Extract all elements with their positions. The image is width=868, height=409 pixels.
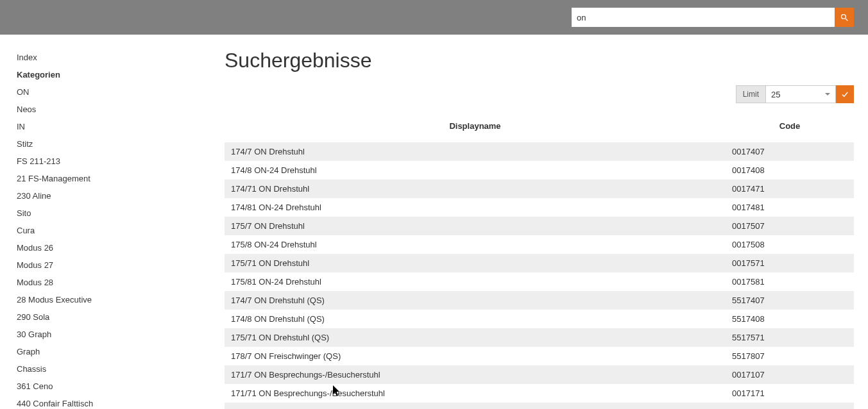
sidebar-item[interactable]: 361 Ceno [17,378,225,395]
sidebar-item[interactable]: Kategorien [17,66,225,83]
table-row[interactable]: 175/81 ON-24 Drehstuhl0017581 [225,272,854,291]
content: IndexKategorienONNeosINStitzFS 211-21321… [0,35,868,409]
search-input[interactable] [572,8,835,27]
cell-code: 0017207 [726,403,854,409]
table-row[interactable]: 175/7 ON Drehstuhl0017507 [225,217,854,235]
col-header-code: Code [726,115,854,142]
page-title: Suchergebnisse [225,49,854,72]
sidebar: IndexKategorienONNeosINStitzFS 211-21321… [0,49,225,409]
cell-display: 175/71 ON Drehstuhl [225,254,726,272]
table-row[interactable]: 174/81 ON-24 Drehstuhl0017481 [225,198,854,217]
table-row[interactable]: 174/7 ON Drehstuhl (QS)5517407 [225,291,854,310]
sidebar-item[interactable]: Cura [17,222,225,239]
cell-code: 5517407 [726,291,854,310]
table-row[interactable]: 174/8 ON Drehstuhl (QS)5517408 [225,310,854,328]
cell-code: 0017408 [726,161,854,179]
cell-display: 174/7 ON Drehstuhl (QS) [225,291,726,310]
sidebar-item[interactable]: Sito [17,204,225,222]
search-button[interactable] [835,8,854,27]
table-row[interactable]: 174/7 ON Drehstuhl0017407 [225,142,854,161]
cell-code: 0017571 [726,254,854,272]
sidebar-item[interactable]: 30 Graph [17,326,225,343]
sidebar-item[interactable]: 230 Aline [17,187,225,204]
sidebar-item[interactable]: Index [17,49,225,66]
cell-display: 172/7 ON Besprechungs-/Besucherstuhl [225,403,726,409]
table-row[interactable]: 175/8 ON-24 Drehstuhl0017508 [225,235,854,254]
cell-code: 0017481 [726,198,854,217]
sidebar-item[interactable]: Graph [17,343,225,360]
sidebar-item[interactable]: Modus 27 [17,256,225,274]
table-row[interactable]: 175/71 ON Drehstuhl0017571 [225,254,854,272]
results-table: Displayname Code 174/7 ON Drehstuhl00174… [225,115,854,409]
cell-code: 0017407 [726,142,854,161]
cell-display: 175/7 ON Drehstuhl [225,217,726,235]
cell-display: 178/7 ON Freischwinger (QS) [225,347,726,365]
cell-display: 175/81 ON-24 Drehstuhl [225,272,726,291]
cell-code: 0017471 [726,179,854,198]
sidebar-item[interactable]: 28 Modus Executive [17,291,225,308]
cell-code: 0017508 [726,235,854,254]
col-header-display: Displayname [225,115,726,142]
cell-display: 174/71 ON Drehstuhl [225,179,726,198]
sidebar-item[interactable]: 440 Confair Falttisch [17,395,225,409]
search-wrap [572,8,854,27]
cell-code: 5517408 [726,310,854,328]
cell-code: 0017507 [726,217,854,235]
cell-display: 175/71 ON Drehstuhl (QS) [225,328,726,347]
cell-display: 171/7 ON Besprechungs-/Besucherstuhl [225,365,726,384]
limit-value: 25 [771,90,780,99]
limit-apply-button[interactable] [836,85,854,103]
table-row[interactable]: 174/8 ON-24 Drehstuhl0017408 [225,161,854,179]
sidebar-item[interactable]: 290 Sola [17,308,225,326]
cell-code: 5517571 [726,328,854,347]
cell-display: 171/71 ON Besprechungs-/Besucherstuhl [225,384,726,403]
sidebar-item[interactable]: Modus 28 [17,274,225,291]
table-row[interactable]: 171/7 ON Besprechungs-/Besucherstuhl0017… [225,365,854,384]
cell-code: 0017171 [726,384,854,403]
cell-code: 0017581 [726,272,854,291]
cell-display: 174/8 ON-24 Drehstuhl [225,161,726,179]
sidebar-item[interactable]: Stitz [17,135,225,153]
table-row[interactable]: 172/7 ON Besprechungs-/Besucherstuhl0017… [225,403,854,409]
sidebar-item[interactable]: Modus 26 [17,239,225,256]
topbar [0,0,868,35]
limit-label: Limit [736,85,765,103]
table-row[interactable]: 171/71 ON Besprechungs-/Besucherstuhl001… [225,384,854,403]
table-row[interactable]: 174/71 ON Drehstuhl0017471 [225,179,854,198]
search-icon [840,13,849,22]
cell-display: 175/8 ON-24 Drehstuhl [225,235,726,254]
cell-code: 0017107 [726,365,854,384]
sidebar-item[interactable]: FS 211-213 [17,153,225,170]
table-row[interactable]: 175/71 ON Drehstuhl (QS)5517571 [225,328,854,347]
cell-display: 174/81 ON-24 Drehstuhl [225,198,726,217]
check-icon [840,90,849,99]
table-header-row: Displayname Code [225,115,854,142]
cell-display: 174/7 ON Drehstuhl [225,142,726,161]
table-row[interactable]: 178/7 ON Freischwinger (QS)5517807 [225,347,854,365]
sidebar-item[interactable]: IN [17,118,225,135]
sidebar-item[interactable]: 21 FS-Management [17,170,225,187]
sidebar-item[interactable]: Neos [17,101,225,118]
sidebar-item[interactable]: Chassis [17,360,225,378]
limit-row: Limit 25 [225,85,854,103]
main: Suchergebnisse Limit 25 Displayname Code… [225,49,868,409]
limit-select[interactable]: 25 [765,85,836,103]
sidebar-item[interactable]: ON [17,83,225,101]
cell-display: 174/8 ON Drehstuhl (QS) [225,310,726,328]
cell-code: 5517807 [726,347,854,365]
